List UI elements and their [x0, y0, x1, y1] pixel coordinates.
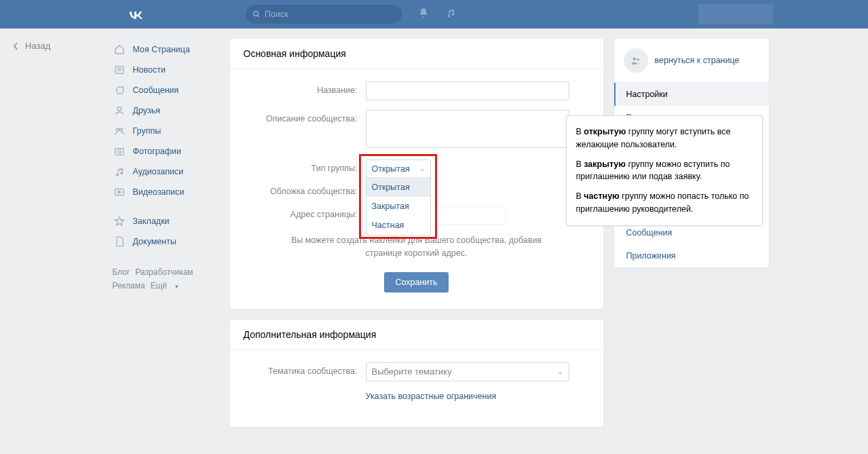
- vk-logo[interactable]: [128, 7, 144, 22]
- nav-video[interactable]: Видеозаписи: [109, 182, 220, 202]
- svg-point-7: [119, 128, 122, 131]
- user-menu[interactable]: [698, 4, 773, 24]
- footer-devs[interactable]: Разработчикам: [135, 267, 193, 277]
- nav-friends[interactable]: Друзья: [109, 100, 220, 121]
- nav-label: Фотографии: [133, 147, 181, 156]
- video-icon: [113, 185, 126, 199]
- description-input[interactable]: [366, 110, 569, 148]
- search-box[interactable]: [246, 5, 402, 24]
- doc-icon: [113, 235, 126, 248]
- svg-line-1: [258, 16, 260, 18]
- news-icon: [113, 63, 126, 77]
- nav-label: Сообщения: [133, 86, 179, 95]
- svg-rect-8: [115, 149, 124, 155]
- label-topic: Тематика сообщества:: [244, 362, 366, 376]
- nav-my-page[interactable]: Моя Страница: [109, 39, 220, 60]
- svg-point-9: [118, 151, 121, 153]
- label-desc: Описание сообщества:: [244, 110, 366, 124]
- nav-label: Новости: [133, 65, 166, 75]
- nav-photos[interactable]: Фотографии: [109, 141, 220, 162]
- label-type: Тип группы:: [244, 159, 366, 173]
- svg-point-12: [637, 58, 639, 61]
- nav-label: Документы: [133, 237, 176, 246]
- save-button[interactable]: Сохранить: [384, 272, 448, 292]
- svg-point-11: [633, 58, 636, 61]
- dropdown-option-closed[interactable]: Закрытая: [366, 197, 430, 216]
- back-label: Назад: [25, 41, 50, 51]
- name-input[interactable]: [366, 81, 569, 100]
- svg-point-6: [116, 128, 119, 131]
- back-link[interactable]: Назад: [14, 41, 50, 51]
- nav-label: Аудиозаписи: [133, 167, 184, 176]
- panel-title: Дополнительная информация: [230, 320, 603, 350]
- messages-icon: [113, 83, 126, 97]
- nav-news[interactable]: Новости: [109, 60, 220, 80]
- label-addr: Адрес страницы:: [244, 206, 366, 219]
- panel-title: Основная информация: [230, 39, 603, 69]
- menu-apps[interactable]: Приложения: [614, 244, 769, 267]
- nav-bookmarks[interactable]: Закладки: [109, 211, 220, 231]
- svg-point-0: [254, 12, 259, 16]
- nav-messages[interactable]: Сообщения: [109, 80, 220, 100]
- label-name: Название:: [244, 81, 366, 95]
- dropdown-option-private[interactable]: Частная: [366, 216, 430, 235]
- label-cover: Обложка сообщества:: [244, 183, 366, 196]
- home-icon: [113, 43, 126, 56]
- nav-label: Группы: [133, 126, 162, 136]
- svg-point-5: [117, 107, 121, 111]
- main-info-panel: Основная информация Название: Описание с…: [229, 38, 604, 309]
- nav-label: Закладки: [133, 216, 170, 226]
- search-input[interactable]: [265, 10, 387, 19]
- nav-docs[interactable]: Документы: [109, 231, 220, 252]
- dropdown-option-open[interactable]: Открытая: [366, 178, 430, 197]
- nav-groups[interactable]: Группы: [109, 121, 220, 141]
- dropdown-selected[interactable]: Открытая⌄: [366, 160, 430, 178]
- chevron-left-icon: [14, 42, 18, 50]
- top-bar: [0, 0, 868, 29]
- left-nav: Моя Страница Новости Сообщения Друзья Гр…: [109, 38, 220, 437]
- star-icon: [113, 214, 126, 228]
- return-link[interactable]: вернуться к странице: [655, 56, 740, 65]
- additional-info-panel: Дополнительная информация Тематика сообщ…: [229, 319, 604, 428]
- nav-audio[interactable]: Аудиозаписи: [109, 162, 220, 182]
- group-type-dropdown[interactable]: Открытая⌄ Открытая Закрытая Частная: [366, 159, 431, 235]
- age-restriction-link[interactable]: Указать возрастные ограничения: [366, 392, 497, 401]
- footer-more[interactable]: Ещё ▾: [151, 281, 184, 290]
- right-head[interactable]: вернуться к странице: [614, 39, 769, 83]
- nav-separator: [109, 206, 220, 207]
- type-tooltip: В открытую группу могут вступить все жел…: [566, 115, 763, 226]
- notifications-icon[interactable]: [418, 7, 429, 21]
- community-avatar: [624, 48, 648, 73]
- topic-select[interactable]: Выберите тематику⌄: [366, 362, 569, 381]
- menu-settings[interactable]: Настройки: [614, 83, 769, 106]
- group-icon: [113, 124, 126, 138]
- footer-blog[interactable]: Блог: [113, 267, 130, 277]
- nav-label: Моя Страница: [133, 45, 190, 54]
- nav-label: Видеозаписи: [133, 187, 185, 197]
- search-icon: [252, 10, 261, 18]
- audio-icon: [113, 165, 126, 178]
- footer-links: БлогРазработчикам РекламаЕщё ▾: [109, 265, 220, 293]
- footer-ads[interactable]: Реклама: [113, 281, 145, 290]
- nav-label: Друзья: [133, 106, 161, 115]
- photo-icon: [113, 145, 126, 158]
- music-icon[interactable]: [445, 8, 455, 21]
- friend-icon: [113, 104, 126, 117]
- address-hint: Вы можете создать наклейки для Вашего со…: [244, 234, 590, 260]
